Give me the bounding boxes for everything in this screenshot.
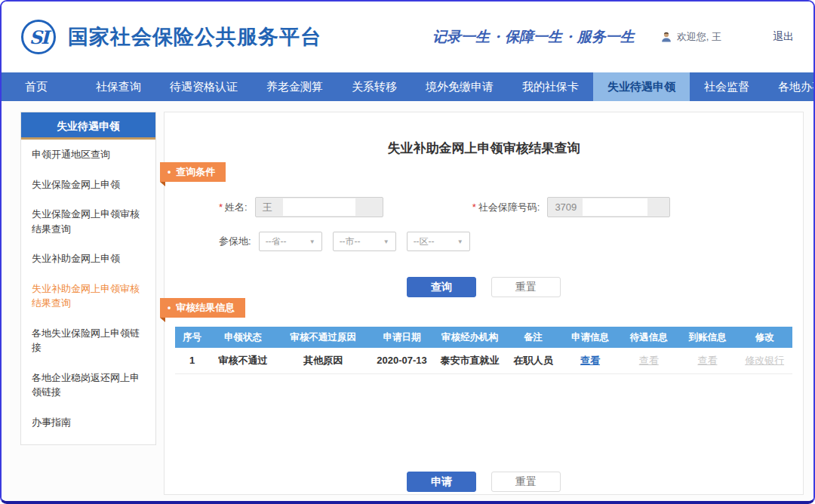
main-nav: 首页 社保查询 待遇资格认证 养老金测算 关系转移 境外免缴申请 我的社保卡 失… (2, 72, 813, 101)
name-label: *姓名: (219, 201, 248, 214)
section-badge-audit-results: •审核结果信息 (160, 298, 245, 318)
page-title: 失业补助金网上申领审核结果查询 (165, 140, 803, 157)
chevron-down-icon: ▼ (309, 238, 315, 245)
form-row-identity: *姓名: 王 *社会保障号码: 3709 (165, 197, 803, 217)
bullet-icon: • (168, 167, 171, 177)
query-button-row: 查询 重置 (165, 277, 803, 297)
nav-item-eligibility-cert[interactable]: 待遇资格认证 (155, 72, 252, 101)
cell-date: 2020-07-13 (370, 348, 435, 373)
ssn-redaction-box (583, 198, 647, 216)
main-panel: 失业补助金网上申领审核结果查询 •查询条件 *姓名: 王 *社会保障号码: 37… (164, 112, 804, 495)
district-select[interactable]: --区-- ▼ (407, 232, 470, 251)
chevron-down-icon: ▼ (383, 238, 389, 245)
col-agency: 审核经办机构 (435, 327, 506, 348)
sidebar-item-open-area-query[interactable]: 申领开通地区查询 (21, 140, 155, 170)
sidebar: 失业待遇申领 申领开通地区查询 失业保险金网上申领 失业保险金网上申领审核结果查… (20, 112, 156, 445)
view-arrival-info-link[interactable]: 查看 (697, 355, 717, 366)
table-row: 1 审核不通过 其他原因 2020-07-13 泰安市直就业 在职人员 查看 查… (175, 348, 792, 373)
col-benefit-info: 待遇信息 (620, 327, 678, 348)
apply-button[interactable]: 申请 (407, 472, 476, 492)
logout-link[interactable]: 退出 (773, 30, 794, 44)
col-seq: 序号 (175, 327, 209, 348)
col-modify: 修改 (737, 327, 792, 348)
required-marker: * (472, 201, 476, 213)
reset-button[interactable]: 重置 (491, 277, 561, 297)
col-note: 备注 (506, 327, 561, 348)
form-row-area: 参保地: --省-- ▼ --市-- ▼ --区-- ▼ (165, 232, 803, 251)
col-status: 申领状态 (209, 327, 277, 348)
modify-bank-link[interactable]: 修改银行 (745, 355, 784, 366)
section-badge-label: 审核结果信息 (176, 302, 235, 313)
nav-item-overseas-exemption[interactable]: 境外免缴申请 (411, 72, 508, 101)
site-title: 国家社会保险公共服务平台 (68, 23, 321, 51)
nav-item-shebao-query[interactable]: 社保查询 (82, 72, 155, 101)
view-apply-info-link[interactable]: 查看 (580, 355, 600, 366)
query-button[interactable]: 查询 (407, 277, 476, 297)
required-marker: * (219, 201, 223, 213)
name-redaction-box (283, 198, 355, 216)
nav-item-unemployment-benefit[interactable]: 失业待遇申领 (593, 72, 690, 101)
logo-text: SI (29, 26, 48, 48)
col-apply-info: 申请信息 (561, 327, 620, 348)
chevron-down-icon: ▼ (457, 238, 463, 245)
nav-item-home[interactable]: 首页 (11, 72, 62, 101)
view-benefit-info-link[interactable]: 查看 (639, 355, 659, 366)
nav-item-my-card[interactable]: 我的社保卡 (508, 72, 593, 101)
section-badge-label: 查询条件 (176, 166, 215, 177)
sidebar-title: 失业待遇申领 (21, 112, 155, 140)
cell-seq: 1 (175, 348, 209, 373)
user-area: 欢迎您, 王 退出 (660, 30, 794, 44)
nav-item-local-halls[interactable]: 各地办事大厅 (764, 72, 813, 101)
bullet-icon: • (168, 303, 171, 313)
city-select[interactable]: --市-- ▼ (333, 232, 396, 251)
sidebar-item-subsidy-apply[interactable]: 失业补助金网上申领 (21, 244, 155, 274)
sidebar-item-guide[interactable]: 办事指南 (21, 407, 155, 438)
cell-status: 审核不通过 (209, 348, 277, 373)
site-header: SI 国家社会保险公共服务平台 记录一生 · 保障一生 · 服务一生 欢迎您, … (2, 2, 813, 72)
province-select[interactable]: --省-- ▼ (259, 232, 322, 251)
nav-item-pension-calc[interactable]: 养老金测算 (252, 72, 337, 101)
col-date: 申请日期 (370, 327, 435, 348)
district-select-value: --区-- (414, 235, 435, 248)
site-logo-icon: SI (21, 20, 56, 54)
results-table: 序号 申领状态 审核不通过原因 申请日期 审核经办机构 备注 申请信息 待遇信息… (175, 327, 792, 374)
user-avatar-icon (660, 31, 672, 43)
app-window: SI 国家社会保险公共服务平台 记录一生 · 保障一生 · 服务一生 欢迎您, … (0, 0, 815, 504)
sidebar-item-insurance-result-query[interactable]: 失业保险金网上申领审核结果查询 (21, 199, 155, 244)
sidebar-item-subsidy-result-query[interactable]: 失业补助金网上申领审核结果查询 (21, 274, 155, 318)
name-value: 王 (263, 201, 272, 213)
col-reason: 审核不通过原因 (277, 327, 370, 348)
cell-agency: 泰安市直就业 (435, 348, 506, 373)
content-area: 失业待遇申领 申领开通地区查询 失业保险金网上申领 失业保险金网上申领审核结果查… (2, 101, 813, 501)
sidebar-item-insurance-apply[interactable]: 失业保险金网上申领 (21, 170, 155, 200)
cell-reason: 其他原因 (277, 348, 370, 373)
redaction-box (721, 31, 753, 43)
ssn-input[interactable]: 3709 (547, 197, 670, 217)
sidebar-item-local-insurance-links[interactable]: 各地失业保险网上申领链接 (21, 318, 155, 363)
footer-button-row: 申请 重置 (165, 472, 803, 492)
nav-item-relation-transfer[interactable]: 关系转移 (337, 72, 411, 101)
footer-reset-button[interactable]: 重置 (491, 472, 561, 492)
section-badge-query-conditions: •查询条件 (160, 162, 226, 182)
ssn-value: 3709 (555, 201, 577, 213)
col-arrival-info: 到账信息 (678, 327, 737, 348)
name-input[interactable]: 王 (255, 197, 383, 217)
nav-item-social-supervision[interactable]: 社会监督 (690, 72, 764, 101)
cell-note: 在职人员 (506, 348, 561, 373)
area-label: 参保地: (219, 235, 251, 248)
sidebar-item-job-retention-links[interactable]: 各地企业稳岗返还网上申领链接 (21, 363, 155, 407)
table-header-row: 序号 申领状态 审核不通过原因 申请日期 审核经办机构 备注 申请信息 待遇信息… (175, 327, 792, 348)
city-select-value: --市-- (340, 235, 361, 248)
province-select-value: --省-- (266, 235, 287, 248)
slogan-text: 记录一生 · 保障一生 · 服务一生 (432, 27, 635, 47)
welcome-text: 欢迎您, 王 (677, 30, 721, 44)
ssn-label: *社会保障号码: (472, 201, 540, 214)
